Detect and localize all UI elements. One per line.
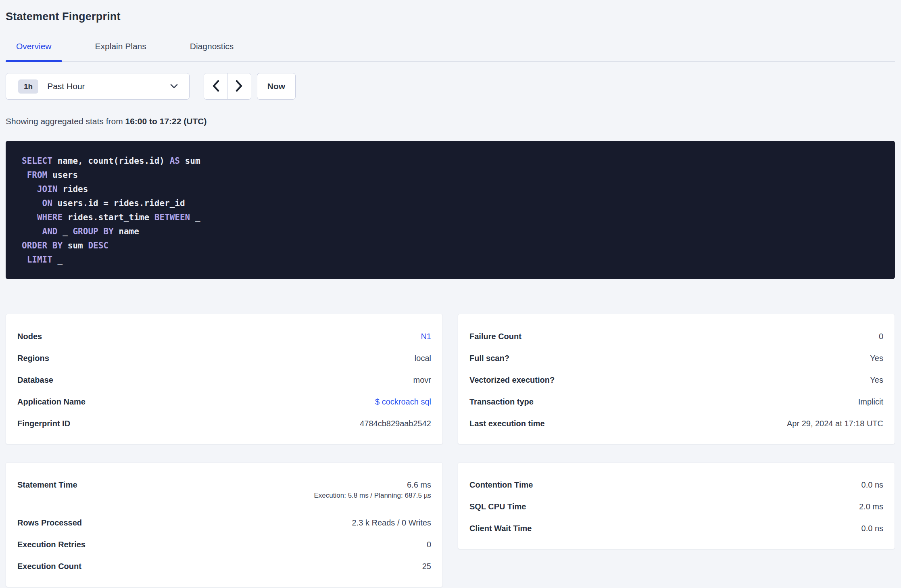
row-value-wrap: local: [415, 352, 431, 364]
row-label: Database: [17, 374, 53, 386]
row-value: 0: [427, 539, 431, 550]
time-interval-dropdown[interactable]: 1h Past Hour: [6, 73, 190, 100]
card-row: Rows Processed2.3 k Reads / 0 Writes: [17, 512, 431, 534]
aggregated-stats-text: Showing aggregated stats from 16:00 to 1…: [6, 117, 895, 126]
row-label: Vectorized execution?: [469, 374, 555, 386]
card-row: Regionslocal: [17, 347, 431, 369]
row-label: Contention Time: [469, 479, 533, 490]
row-value-wrap: movr: [413, 374, 431, 386]
card-row: Failure Count0: [469, 325, 883, 347]
card-row: Fingerprint ID4784cb829aab2542: [17, 413, 431, 434]
row-label: Statement Time: [17, 479, 77, 490]
sql-line: LIMIT _: [22, 253, 884, 267]
aggregated-stats-range: 16:00 to 17:22 (UTC): [125, 117, 207, 126]
interval-label: Past Hour: [47, 81, 85, 91]
row-label: Execution Retries: [17, 539, 86, 550]
next-interval-button[interactable]: [227, 73, 251, 99]
statement-timing-card: Statement Time6.6 msExecution: 5.8 ms / …: [6, 462, 443, 587]
row-value: 0.0 ns: [861, 523, 883, 534]
card-row: SQL CPU Time2.0 ms: [469, 496, 883, 517]
row-value-wrap: $ cockroach sql: [375, 396, 431, 407]
sql-line: FROM users: [22, 168, 884, 182]
card-row: Client Wait Time0.0 ns: [469, 517, 883, 539]
row-value-wrap: 6.6 msExecution: 5.8 ms / Planning: 687.…: [314, 479, 431, 500]
tab-overview[interactable]: Overview: [6, 35, 62, 61]
card-row: Transaction typeImplicit: [469, 391, 883, 413]
row-value: 6.6 ms: [407, 479, 431, 490]
chevron-down-icon: [170, 84, 178, 89]
statement-fingerprint-page: Statement Fingerprint OverviewExplain Pl…: [0, 0, 901, 587]
row-value: 2.0 ms: [859, 501, 883, 512]
execution-attributes-card: Failure Count0Full scan?YesVectorized ex…: [458, 314, 895, 444]
row-value-wrap: 2.0 ms: [859, 501, 883, 512]
sql-line: AND _ GROUP BY name: [22, 225, 884, 239]
row-value-link[interactable]: N1: [421, 331, 431, 342]
row-value-link[interactable]: $ cockroach sql: [375, 396, 431, 407]
card-row: Databasemovr: [17, 369, 431, 391]
row-value: Yes: [870, 374, 883, 386]
sql-line: SELECT name, count(rides.id) AS sum: [22, 154, 884, 168]
row-value-wrap: Implicit: [858, 396, 883, 407]
row-label: Last execution time: [469, 418, 545, 429]
row-label: Client Wait Time: [469, 523, 532, 534]
row-label: Fingerprint ID: [17, 418, 70, 429]
time-nav-group: [204, 73, 251, 100]
chevron-left-icon: [212, 80, 219, 93]
card-row: Execution Count25: [17, 555, 431, 577]
tab-explain-plans[interactable]: Explain Plans: [85, 35, 157, 61]
row-label: Application Name: [17, 396, 86, 407]
row-value-wrap: 25: [422, 561, 431, 572]
row-value-wrap: 0.0 ns: [861, 479, 883, 490]
page-title: Statement Fingerprint: [6, 10, 895, 23]
row-value: 2.3 k Reads / 0 Writes: [352, 517, 431, 528]
row-value: 25: [422, 561, 431, 572]
timing-cards-row: Statement Time6.6 msExecution: 5.8 ms / …: [6, 462, 895, 587]
interval-badge: 1h: [18, 79, 38, 94]
sql-statement-box: SELECT name, count(rides.id) AS sum FROM…: [6, 141, 895, 279]
chevron-right-icon: [236, 80, 243, 93]
row-value-wrap: Apr 29, 2024 at 17:18 UTC: [787, 418, 883, 429]
row-value: local: [415, 352, 431, 364]
row-subvalue: Execution: 5.8 ms / Planning: 687.5 µs: [314, 492, 431, 500]
row-label: Transaction type: [469, 396, 534, 407]
sql-line: WHERE rides.start_time BETWEEN _: [22, 211, 884, 225]
row-value: movr: [413, 374, 431, 386]
card-row: Full scan?Yes: [469, 347, 883, 369]
card-row: NodesN1: [17, 325, 431, 347]
wait-timing-card: Contention Time0.0 nsSQL CPU Time2.0 msC…: [458, 462, 895, 549]
row-value: 0: [879, 331, 883, 342]
card-row: Application Name$ cockroach sql: [17, 391, 431, 413]
time-toolbar: 1h Past Hour: [6, 73, 895, 100]
row-label: Regions: [17, 352, 49, 364]
tab-diagnostics[interactable]: Diagnostics: [179, 35, 244, 61]
row-label: Full scan?: [469, 352, 509, 364]
row-value: 0.0 ns: [861, 479, 883, 490]
row-value: Apr 29, 2024 at 17:18 UTC: [787, 418, 883, 429]
aggregated-stats-prefix: Showing aggregated stats from: [6, 117, 125, 126]
row-label: Execution Count: [17, 561, 81, 572]
row-label: Rows Processed: [17, 517, 82, 528]
previous-interval-button[interactable]: [204, 73, 227, 99]
row-label: Failure Count: [469, 331, 521, 342]
row-value-wrap: N1: [421, 331, 431, 342]
card-row: Last execution timeApr 29, 2024 at 17:18…: [469, 413, 883, 434]
row-value-wrap: 0.0 ns: [861, 523, 883, 534]
now-button[interactable]: Now: [257, 73, 296, 100]
row-value: Implicit: [858, 396, 883, 407]
row-value-wrap: 0: [427, 539, 431, 550]
row-value-wrap: 4784cb829aab2542: [360, 418, 431, 429]
card-row: Execution Retries0: [17, 534, 431, 555]
row-label: SQL CPU Time: [469, 501, 526, 512]
details-cards-row: NodesN1RegionslocalDatabasemovrApplicati…: [6, 314, 895, 444]
tab-bar: OverviewExplain PlansDiagnostics: [6, 35, 895, 62]
row-value-wrap: 0: [879, 331, 883, 342]
card-row: Statement Time6.6 msExecution: 5.8 ms / …: [17, 474, 431, 512]
card-row: Contention Time0.0 ns: [469, 474, 883, 496]
row-value-wrap: 2.3 k Reads / 0 Writes: [352, 517, 431, 528]
row-value-wrap: Yes: [870, 374, 883, 386]
statement-details-card: NodesN1RegionslocalDatabasemovrApplicati…: [6, 314, 443, 444]
sql-line: JOIN rides: [22, 182, 884, 196]
sql-line: ON users.id = rides.rider_id: [22, 196, 884, 211]
card-row: Vectorized execution?Yes: [469, 369, 883, 391]
sql-line: ORDER BY sum DESC: [22, 239, 884, 253]
